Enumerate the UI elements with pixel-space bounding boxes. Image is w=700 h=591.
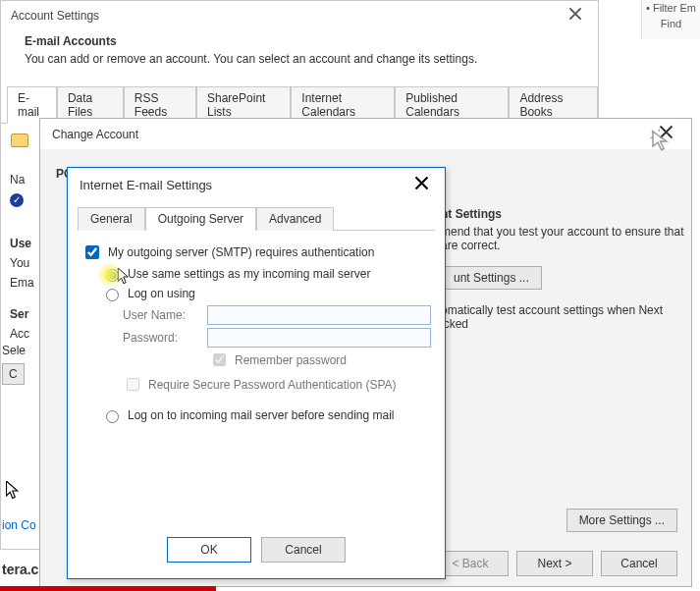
tab-outgoing-server[interactable]: Outgoing Server bbox=[145, 207, 256, 231]
close-icon[interactable] bbox=[563, 7, 588, 25]
test-settings-section: nt Settings mend that you test your acco… bbox=[441, 207, 686, 331]
auto-test-label: omatically test account settings when Ne… bbox=[441, 303, 686, 331]
spa-row[interactable]: Require Secure Password Authentication (… bbox=[123, 375, 431, 394]
progress-bar bbox=[0, 586, 216, 591]
smtp-auth-label: My outgoing server (SMTP) requires authe… bbox=[108, 245, 374, 259]
dialog-tabs: General Outgoing Server Advanced bbox=[78, 206, 435, 231]
use-same-settings-radio-row[interactable]: Use same settings as my incoming mail se… bbox=[101, 266, 431, 282]
cancel-button[interactable]: Cancel bbox=[261, 537, 346, 563]
tab-advanced[interactable]: Advanced bbox=[256, 207, 334, 231]
log-on-incoming-label: Log on to incoming mail server before se… bbox=[128, 408, 394, 422]
tab-general[interactable]: General bbox=[78, 207, 145, 231]
test-settings-heading: nt Settings bbox=[441, 207, 686, 221]
ok-button[interactable]: OK bbox=[167, 537, 251, 563]
spa-label: Require Secure Password Authentication (… bbox=[148, 378, 397, 392]
log-on-using-radio-row[interactable]: Log on using bbox=[101, 286, 431, 301]
password-input[interactable] bbox=[207, 328, 431, 348]
log-on-using-radio[interactable] bbox=[106, 289, 119, 301]
remember-password-label: Remember password bbox=[235, 353, 347, 367]
link-fragment[interactable]: ion Co bbox=[2, 518, 36, 532]
use-same-settings-radio[interactable] bbox=[106, 269, 119, 282]
test-settings-desc: mend that you test your account to ensur… bbox=[441, 225, 686, 252]
account-settings-title: Account Settings bbox=[11, 9, 99, 23]
tera-fragment: tera.c bbox=[2, 562, 38, 577]
remember-password-checkbox[interactable] bbox=[213, 353, 226, 366]
cursor-icon bbox=[6, 481, 22, 505]
spa-checkbox[interactable] bbox=[127, 378, 139, 391]
close-icon[interactable] bbox=[408, 176, 435, 194]
filter-fragment: Filter Em bbox=[642, 2, 700, 14]
check-icon: ✓ bbox=[10, 193, 24, 207]
fragment-button[interactable]: C bbox=[2, 363, 25, 385]
email-accounts-heading: E-mail Accounts bbox=[25, 34, 574, 48]
find-label: Find bbox=[642, 18, 700, 29]
mail-icon bbox=[11, 134, 28, 147]
left-edge-fragments-2: Sele C bbox=[2, 344, 26, 385]
log-on-incoming-radio-row[interactable]: Log on to incoming mail server before se… bbox=[101, 407, 431, 423]
smtp-auth-checkbox-row[interactable]: My outgoing server (SMTP) requires authe… bbox=[81, 242, 431, 262]
password-label: Password: bbox=[123, 331, 199, 345]
email-accounts-desc: You can add or remove an account. You ca… bbox=[25, 52, 477, 66]
username-label: User Name: bbox=[123, 308, 199, 322]
more-settings-button[interactable]: More Settings ... bbox=[566, 509, 677, 532]
log-on-using-label: Log on using bbox=[128, 287, 195, 300]
internet-email-settings-dialog: Internet E-mail Settings General Outgoin… bbox=[67, 167, 446, 579]
username-input[interactable] bbox=[207, 305, 431, 325]
smtp-auth-checkbox[interactable] bbox=[85, 245, 99, 259]
use-same-settings-label: Use same settings as my incoming mail se… bbox=[128, 267, 370, 281]
remember-password-row[interactable]: Remember password bbox=[209, 350, 431, 369]
cancel-button[interactable]: Cancel bbox=[601, 551, 677, 576]
log-on-incoming-radio[interactable] bbox=[106, 410, 119, 423]
test-account-settings-button[interactable]: unt Settings ... bbox=[441, 266, 542, 290]
change-account-title: Change Account bbox=[52, 128, 138, 141]
dialog-title: Internet E-mail Settings bbox=[80, 178, 212, 192]
next-button[interactable]: Next > bbox=[516, 551, 593, 576]
ribbon-find-group: Filter Em Find bbox=[641, 0, 700, 39]
